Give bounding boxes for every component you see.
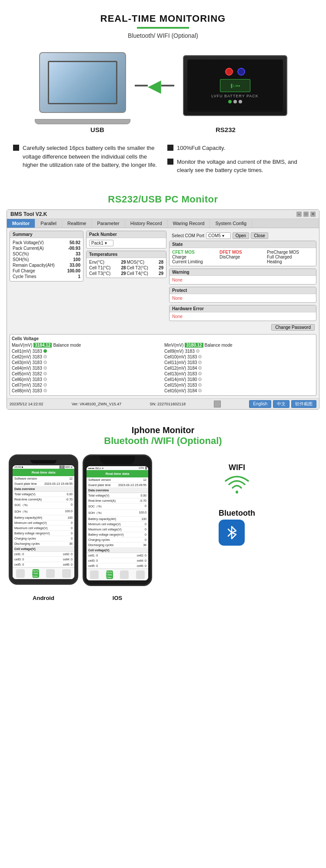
fullcharge-value: 100.00 — [67, 268, 80, 273]
cfet-sub2: Current Limiting — [172, 259, 219, 264]
soc-label: SOC(%) — [13, 252, 29, 256]
tab-history[interactable]: History Record — [125, 219, 168, 228]
android-signal: ▐▐▐ WiFi ● — [59, 466, 73, 468]
android-total-v: Total voltage(V) 0.00 — [13, 492, 74, 497]
pack-dropdown[interactable]: Pack1 ▾ — [89, 240, 113, 246]
maximize-button[interactable]: □ — [303, 212, 309, 217]
cell1-label: Cell1(mV) — [12, 349, 31, 354]
android-min-cell-label: Minimum cell voltage(V) — [14, 521, 47, 524]
android-discharging-label: Discharging cycles — [14, 542, 40, 545]
ios-bottom-nav: REALTIMEData — [86, 569, 148, 580]
android-nav-other2 — [62, 569, 71, 578]
com-port-label: Select COM Port — [172, 233, 204, 238]
ios-nav-other — [120, 570, 129, 579]
close-button-com[interactable]: Close — [251, 232, 268, 239]
ios-range-label: Battery voltage range(mV) — [88, 533, 124, 536]
bms-sn: SN: 2227011602118 — [150, 402, 186, 406]
wifi-label: WIFI — [224, 463, 250, 472]
tab-waring[interactable]: Waring Record — [168, 219, 210, 228]
state-body: CFET MOS Charge Current Limiting DFET MO… — [170, 248, 316, 266]
summary-row-soh: SOH(%) 100 — [13, 257, 80, 262]
tab-realtime[interactable]: Realtime — [62, 219, 92, 228]
android-data-overview-header: Data overview — [13, 487, 74, 492]
open-button[interactable]: Open — [233, 232, 249, 239]
cell10-label: Cell10(mV) — [164, 354, 186, 359]
android-screen: 15:09 ■ ▐▐▐ WiFi ● Real-time data Softwa… — [13, 465, 74, 579]
phones-area: 15:09 ■ ▐▐▐ WiFi ● Real-time data Softwa… — [0, 450, 326, 595]
close-button[interactable]: × — [310, 212, 316, 217]
minimize-button[interactable]: – — [296, 212, 302, 217]
change-password-button[interactable]: Change Password — [271, 324, 315, 331]
android-discharging-value: 36 — [69, 542, 73, 545]
android-guard-value: 2023-03-13 15:49:55 — [44, 482, 73, 485]
dfet-sub: DisCharge — [220, 255, 266, 259]
summary-row-soc: SOC(%) 33 — [13, 251, 80, 257]
android-range: Battery voltage range(mV) 0 — [13, 531, 74, 536]
wifi-section: WIFI — [224, 463, 250, 496]
bms-left-panel: Summary Pack Voltage(V) 50.92 Pack Curre… — [10, 231, 83, 331]
android-soh-value: 100.0 — [65, 510, 73, 514]
cfet-sub: Charge — [172, 255, 219, 259]
cell-row-9: Cell9(mV) 3183 — [164, 348, 314, 354]
cfet-state: CFET MOS Charge Current Limiting — [172, 250, 219, 264]
tab-parameter[interactable]: Parameter — [92, 219, 125, 228]
screenshot-button[interactable]: 软件截图 — [291, 400, 316, 408]
cell6-value: 3183 — [32, 377, 42, 382]
android-header: Real-time data — [13, 469, 74, 476]
cell-row-8: Cell8(mV) 3183 — [12, 388, 162, 394]
android-current: Real-time current(A) -0.70 — [13, 497, 74, 502]
android-soh: SOH（%） 100.0 — [13, 509, 74, 515]
ios-label: IOS — [83, 595, 152, 601]
com-port-row: Select COM Port COM5 ▾ Open Close — [169, 231, 316, 241]
feature-bullets: Carefully selected 16pcs battery cells t… — [0, 136, 326, 188]
ios-guard-time: Guard plate time 2023-03-13 15:49:55 — [86, 483, 148, 488]
cell11-dot — [198, 361, 202, 364]
tab-sysconfig[interactable]: System Config — [210, 219, 252, 228]
bms-window-controls[interactable]: – □ × — [296, 212, 316, 217]
temp-t3: Cell T3(°C) 29 — [89, 271, 126, 276]
ios-current-value: -0.70 — [140, 499, 146, 502]
hardware-error-group: Hardware Error None — [169, 305, 316, 321]
cells-voltage-title: Cells Voltage — [12, 336, 314, 341]
ios-cell2: cell2: 0 — [137, 554, 146, 557]
cell12-dot — [198, 366, 202, 370]
bms-window-title: BMS Tool V2.K — [10, 211, 47, 217]
battery-terminals — [225, 68, 245, 76]
ios-cell1: cell1: 0 — [88, 554, 98, 557]
ios-min-cell-value: 0 — [145, 523, 146, 526]
iphone-monitor-title: Iphone Monitor — [9, 425, 317, 435]
cell10-dot — [198, 355, 202, 358]
android-soh-label: SOH（%） — [14, 510, 30, 514]
tab-parallel[interactable]: Parallel — [35, 219, 62, 228]
android-guard-time: Guard plate time 2023-03-13 15:49:55 — [13, 481, 74, 487]
com-dropdown[interactable]: COM5 ▾ — [206, 232, 231, 239]
chinese-button[interactable]: 中文 — [273, 400, 289, 408]
ios-capacity-label: Battery capacity(AH) — [88, 517, 116, 520]
cell8-value: 3183 — [32, 388, 42, 393]
hardware-error-title: Hardware Error — [170, 305, 316, 312]
ios-range-value: 0 — [145, 533, 146, 536]
android-max-cell: Maximum cell voltage(V) 0 — [13, 526, 74, 531]
ios-discharging: Discharging cycles 36 — [86, 543, 148, 548]
battery-inner: ▐ LI●● LVFU BATTERY PACK — [187, 60, 283, 112]
bullet-text-2: 100%Full Capacity. — [177, 144, 225, 152]
english-button[interactable]: English — [249, 400, 271, 408]
tab-monitor[interactable]: Monitor — [7, 219, 35, 228]
cell-row-12: Cell12(mV) 3184 — [164, 365, 314, 371]
android-cell1-2: cell1: 0 cell2: 0 — [13, 552, 74, 557]
cell13-label: Cell13(mV) — [164, 371, 186, 376]
ios-min-cell: Minimum cell voltage(V) 0 — [86, 522, 148, 527]
cell4-label: Cell4(mV) — [12, 366, 31, 371]
temp-t4: Cell T4(°C) 29 — [127, 271, 164, 276]
temperatures-grid: Env(°C) 29 MOS(°C) 28 Cell T1(°C) 28 Cel… — [86, 258, 166, 278]
cell12-label: Cell12(mV) — [164, 366, 186, 371]
max-label: MaxV(mV) — [12, 343, 32, 348]
ios-data-overview-header: Data overview — [86, 488, 148, 493]
cell-row-10: Cell10(mV) 3183 — [164, 354, 314, 360]
bullet-icon-3 — [167, 159, 173, 165]
ios-max-cell-label: Maximum cell voltage(V) — [88, 528, 122, 531]
android-soc: SOC（%） 0 — [13, 502, 74, 509]
cell14-label: Cell14(mV) — [164, 377, 186, 382]
battery-image: ▐ LI●● LVFU BATTERY PACK — [183, 55, 287, 116]
ios-charging-label: Charging cycles — [88, 538, 110, 541]
